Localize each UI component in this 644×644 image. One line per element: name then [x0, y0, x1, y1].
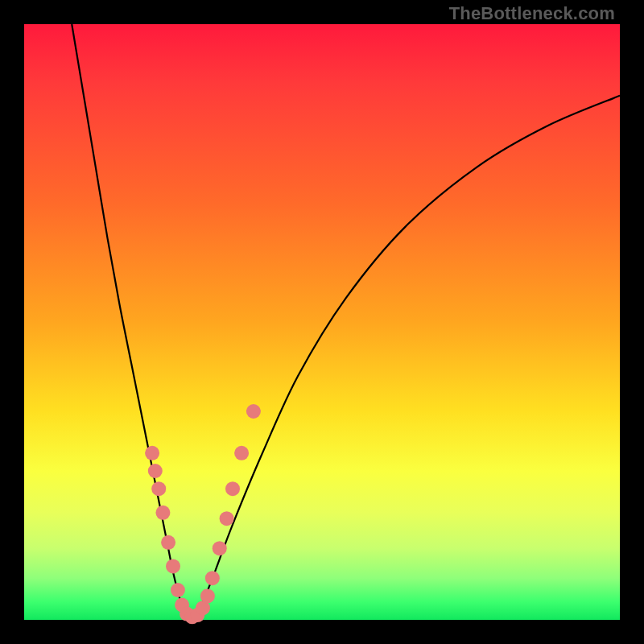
data-point	[234, 446, 249, 460]
bottleneck-curve-left	[72, 24, 191, 620]
data-point	[148, 464, 163, 478]
data-point	[155, 506, 170, 520]
data-point	[145, 446, 159, 460]
chart-frame: TheBottleneck.com	[0, 0, 644, 644]
data-point	[213, 541, 227, 555]
data-point	[200, 588, 215, 603]
data-point	[205, 571, 220, 585]
plot-area	[24, 24, 620, 620]
curve-svg	[24, 24, 620, 620]
data-point	[220, 511, 234, 526]
data-point	[171, 583, 185, 597]
watermark-text: TheBottleneck.com	[449, 3, 615, 24]
data-point	[161, 535, 175, 550]
bottleneck-curve-right	[191, 96, 620, 620]
data-point	[166, 559, 180, 573]
data-point	[246, 404, 261, 419]
data-point	[151, 481, 166, 496]
data-point	[225, 481, 240, 496]
data-points-group	[145, 404, 261, 624]
